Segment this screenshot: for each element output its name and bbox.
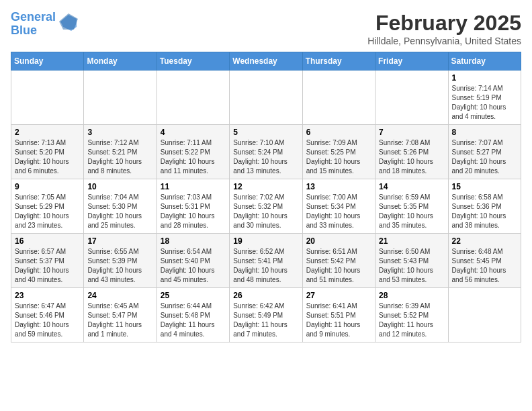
day-number: 21 [379, 236, 444, 246]
logo-icon [58, 12, 79, 34]
day-info: Sunrise: 7:14 AM Sunset: 5:19 PM Dayligh… [452, 84, 517, 122]
day-cell: 20Sunrise: 6:51 AM Sunset: 5:42 PM Dayli… [302, 234, 375, 288]
day-info: Sunrise: 6:59 AM Sunset: 5:35 PM Dayligh… [379, 193, 444, 230]
logo: General Blue [11, 11, 79, 38]
day-cell: 9Sunrise: 7:05 AM Sunset: 5:29 PM Daylig… [11, 179, 84, 234]
day-cell: 4Sunrise: 7:11 AM Sunset: 5:22 PM Daylig… [157, 125, 229, 179]
day-info: Sunrise: 6:55 AM Sunset: 5:39 PM Dayligh… [87, 247, 152, 285]
logo-line1: General [11, 10, 56, 24]
day-info: Sunrise: 6:58 AM Sunset: 5:36 PM Dayligh… [452, 193, 517, 230]
day-number: 6 [306, 128, 371, 137]
day-number: 8 [452, 128, 517, 137]
page-header: General Blue February 2025 Hilldale, Pen… [11, 11, 521, 46]
day-number: 28 [379, 291, 444, 300]
day-number: 15 [452, 182, 517, 191]
day-info: Sunrise: 7:11 AM Sunset: 5:22 PM Dayligh… [161, 138, 226, 176]
week-row-4: 16Sunrise: 6:57 AM Sunset: 5:37 PM Dayli… [11, 234, 521, 288]
day-cell: 7Sunrise: 7:08 AM Sunset: 5:26 PM Daylig… [375, 125, 448, 179]
day-number: 26 [233, 291, 298, 300]
day-info: Sunrise: 7:13 AM Sunset: 5:20 PM Dayligh… [15, 138, 80, 176]
day-number: 12 [233, 182, 298, 191]
day-info: Sunrise: 6:45 AM Sunset: 5:47 PM Dayligh… [87, 302, 152, 339]
day-number: 24 [87, 291, 152, 300]
day-number: 22 [452, 236, 517, 246]
day-number: 27 [306, 291, 371, 300]
day-cell [230, 71, 302, 125]
day-info: Sunrise: 6:39 AM Sunset: 5:52 PM Dayligh… [379, 302, 444, 339]
day-cell: 18Sunrise: 6:54 AM Sunset: 5:40 PM Dayli… [157, 234, 229, 288]
day-cell: 3Sunrise: 7:12 AM Sunset: 5:21 PM Daylig… [84, 125, 157, 179]
day-info: Sunrise: 6:57 AM Sunset: 5:37 PM Dayligh… [15, 247, 80, 285]
day-cell: 14Sunrise: 6:59 AM Sunset: 5:35 PM Dayli… [375, 179, 448, 234]
day-cell: 26Sunrise: 6:42 AM Sunset: 5:49 PM Dayli… [230, 288, 302, 342]
day-cell [302, 71, 375, 125]
day-info: Sunrise: 7:04 AM Sunset: 5:30 PM Dayligh… [87, 193, 152, 230]
col-header-monday: Monday [84, 52, 157, 71]
day-info: Sunrise: 6:48 AM Sunset: 5:45 PM Dayligh… [452, 247, 517, 285]
day-cell: 5Sunrise: 7:10 AM Sunset: 5:24 PM Daylig… [230, 125, 302, 179]
day-number: 25 [161, 291, 226, 300]
day-info: Sunrise: 6:50 AM Sunset: 5:43 PM Dayligh… [379, 247, 444, 285]
day-cell [11, 71, 84, 125]
day-cell [375, 71, 448, 125]
col-header-thursday: Thursday [302, 52, 375, 71]
col-header-sunday: Sunday [11, 52, 84, 71]
day-info: Sunrise: 7:05 AM Sunset: 5:29 PM Dayligh… [15, 193, 80, 230]
day-cell: 27Sunrise: 6:41 AM Sunset: 5:51 PM Dayli… [302, 288, 375, 342]
day-info: Sunrise: 6:41 AM Sunset: 5:51 PM Dayligh… [306, 302, 371, 339]
day-info: Sunrise: 7:07 AM Sunset: 5:27 PM Dayligh… [452, 138, 517, 176]
day-cell: 13Sunrise: 7:00 AM Sunset: 5:34 PM Dayli… [302, 179, 375, 234]
day-cell: 16Sunrise: 6:57 AM Sunset: 5:37 PM Dayli… [11, 234, 84, 288]
day-number: 14 [379, 182, 444, 191]
day-cell: 2Sunrise: 7:13 AM Sunset: 5:20 PM Daylig… [11, 125, 84, 179]
day-cell [157, 71, 229, 125]
col-header-friday: Friday [375, 52, 448, 71]
day-info: Sunrise: 6:54 AM Sunset: 5:40 PM Dayligh… [161, 247, 226, 285]
day-info: Sunrise: 7:00 AM Sunset: 5:34 PM Dayligh… [306, 193, 371, 230]
day-info: Sunrise: 7:10 AM Sunset: 5:24 PM Dayligh… [233, 138, 298, 176]
day-number: 18 [161, 236, 226, 246]
day-info: Sunrise: 6:44 AM Sunset: 5:48 PM Dayligh… [161, 302, 226, 339]
col-header-saturday: Saturday [448, 52, 521, 71]
location: Hilldale, Pennsylvania, United States [367, 36, 521, 46]
day-info: Sunrise: 6:51 AM Sunset: 5:42 PM Dayligh… [306, 247, 371, 285]
day-number: 20 [306, 236, 371, 246]
day-number: 10 [87, 182, 152, 191]
day-cell: 8Sunrise: 7:07 AM Sunset: 5:27 PM Daylig… [448, 125, 521, 179]
day-number: 23 [15, 291, 80, 300]
day-info: Sunrise: 7:08 AM Sunset: 5:26 PM Dayligh… [379, 138, 444, 176]
day-number: 2 [15, 128, 80, 137]
col-header-wednesday: Wednesday [230, 52, 302, 71]
day-number: 17 [87, 236, 152, 246]
logo-line2: Blue [11, 24, 37, 37]
day-number: 9 [15, 182, 80, 191]
week-row-1: 1Sunrise: 7:14 AM Sunset: 5:19 PM Daylig… [11, 71, 521, 125]
day-info: Sunrise: 6:47 AM Sunset: 5:46 PM Dayligh… [15, 302, 80, 339]
day-cell: 1Sunrise: 7:14 AM Sunset: 5:19 PM Daylig… [448, 71, 521, 125]
day-cell [84, 71, 157, 125]
day-cell: 17Sunrise: 6:55 AM Sunset: 5:39 PM Dayli… [84, 234, 157, 288]
day-number: 1 [452, 73, 517, 83]
day-info: Sunrise: 7:03 AM Sunset: 5:31 PM Dayligh… [161, 193, 226, 230]
day-number: 5 [233, 128, 298, 137]
day-info: Sunrise: 7:12 AM Sunset: 5:21 PM Dayligh… [87, 138, 152, 176]
day-number: 3 [87, 128, 152, 137]
day-cell [448, 288, 521, 342]
day-info: Sunrise: 6:42 AM Sunset: 5:49 PM Dayligh… [233, 302, 298, 339]
day-number: 7 [379, 128, 444, 137]
month-title: February 2025 [367, 11, 521, 36]
day-cell: 25Sunrise: 6:44 AM Sunset: 5:48 PM Dayli… [157, 288, 229, 342]
day-cell: 19Sunrise: 6:52 AM Sunset: 5:41 PM Dayli… [230, 234, 302, 288]
day-cell: 11Sunrise: 7:03 AM Sunset: 5:31 PM Dayli… [157, 179, 229, 234]
day-cell: 22Sunrise: 6:48 AM Sunset: 5:45 PM Dayli… [448, 234, 521, 288]
day-number: 16 [15, 236, 80, 246]
calendar-header-row: SundayMondayTuesdayWednesdayThursdayFrid… [11, 52, 521, 71]
week-row-3: 9Sunrise: 7:05 AM Sunset: 5:29 PM Daylig… [11, 179, 521, 234]
calendar: SundayMondayTuesdayWednesdayThursdayFrid… [11, 52, 521, 342]
col-header-tuesday: Tuesday [157, 52, 229, 71]
day-cell: 12Sunrise: 7:02 AM Sunset: 5:32 PM Dayli… [230, 179, 302, 234]
logo-text: General Blue [11, 11, 56, 38]
day-cell: 15Sunrise: 6:58 AM Sunset: 5:36 PM Dayli… [448, 179, 521, 234]
day-info: Sunrise: 7:02 AM Sunset: 5:32 PM Dayligh… [233, 193, 298, 230]
day-info: Sunrise: 6:52 AM Sunset: 5:41 PM Dayligh… [233, 247, 298, 285]
